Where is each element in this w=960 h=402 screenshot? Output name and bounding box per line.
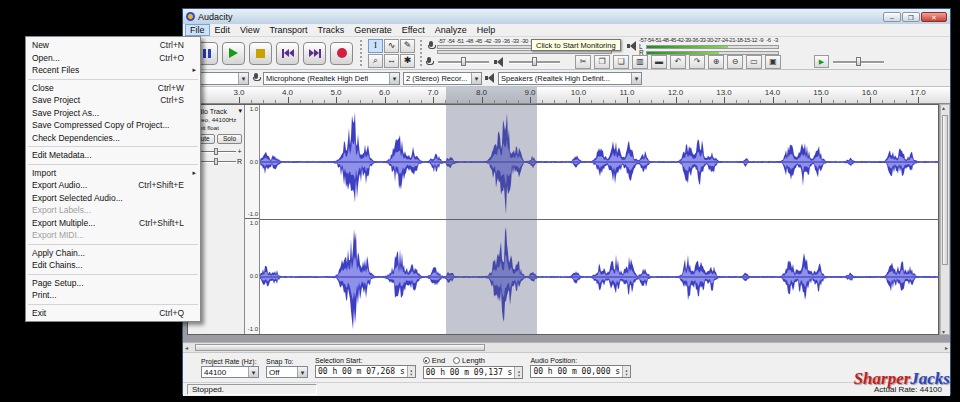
redo-icon: ↷ [694, 57, 701, 66]
status-bar: Stopped. Actual Rate: 44100 [183, 383, 950, 396]
project-rate-dropdown[interactable]: 44100 [201, 366, 259, 378]
meter-scale-label: -33 [511, 38, 520, 45]
recording-device-dropdown[interactable]: Microphone (Realtek High Defi [263, 72, 400, 85]
snap-to-dropdown[interactable]: Off [266, 366, 308, 378]
menu-item-save-project-as[interactable]: Save Project As... [26, 107, 200, 120]
draw-tool-button[interactable]: ✎ [400, 39, 415, 53]
meter-scale-label: -24 [720, 37, 727, 44]
menu-item-close[interactable]: CloseCtrl+W [26, 82, 200, 95]
audio-host-dropdown[interactable] [195, 72, 249, 85]
redo-button[interactable]: ↷ [689, 55, 705, 69]
slider-thumb[interactable] [214, 158, 218, 165]
playback-speed-slider[interactable] [831, 56, 886, 67]
fit-project-icon: ▣ [769, 57, 777, 66]
zoom-out-button[interactable]: ⊖ [727, 55, 743, 69]
menu-item-open[interactable]: Open...Ctrl+O [26, 52, 200, 65]
selection-end-field[interactable]: 00 h 00 m 09,137 s [423, 366, 524, 379]
undo-icon: ↶ [675, 57, 682, 66]
playback-meter[interactable]: -57-54-51-48-45-42-39-36-33-30-27-24-21-… [625, 37, 781, 55]
slider-thumb[interactable] [461, 57, 466, 66]
menu-item-recent-files[interactable]: Recent Files [26, 64, 200, 77]
scrollbar-thumb[interactable] [195, 344, 485, 351]
spinner-icon[interactable] [514, 367, 522, 378]
selection-tool-button[interactable]: I [368, 39, 383, 53]
timeline-ruler[interactable]: 3.04.05.06.07.08.09.010.011.012.013.014.… [183, 87, 950, 104]
undo-button[interactable]: ↶ [670, 55, 686, 69]
minimize-button[interactable]: – [883, 12, 901, 22]
toolbar-grip[interactable] [420, 40, 423, 66]
menu-item-save-project[interactable]: Save ProjectCtrl+S [26, 94, 200, 107]
meter-scale-label: -39 [683, 37, 690, 44]
spinner-icon[interactable] [407, 366, 415, 377]
menubar-item[interactable]: Edit [210, 24, 236, 36]
envelope-tool-button[interactable]: ∿ [384, 39, 399, 53]
scrollbar-thumb[interactable] [942, 115, 948, 265]
toolbar-grip[interactable] [360, 40, 363, 66]
fit-project-button[interactable]: ▣ [765, 55, 781, 69]
horizontal-scrollbar[interactable] [183, 342, 950, 353]
menu-item-page-setup[interactable]: Page Setup... [26, 277, 200, 290]
playback-volume-slider[interactable] [507, 56, 562, 67]
recording-channels-dropdown[interactable]: 2 (Stereo) Recor... [403, 72, 482, 85]
slider-thumb[interactable] [856, 57, 861, 66]
fit-selection-button[interactable]: ▭ [746, 55, 762, 69]
monitoring-tooltip: Click to Start Monitoring [531, 39, 621, 51]
maximize-button[interactable]: ❐ [902, 12, 920, 22]
stop-button[interactable] [249, 42, 272, 65]
menubar-item[interactable]: Generate [349, 24, 397, 36]
menu-item-new[interactable]: NewCtrl+N [26, 39, 200, 52]
end-radio[interactable]: End [423, 356, 445, 365]
copy-button[interactable]: ❐ [594, 55, 610, 69]
menu-item-edit-chains[interactable]: Edit Chains... [26, 259, 200, 272]
menu-item-label: Close [32, 83, 150, 93]
menu-item-export-audio[interactable]: Export Audio...Ctrl+Shift+E [26, 179, 200, 192]
play-button[interactable] [222, 42, 245, 65]
menu-item-check-dependencies[interactable]: Check Dependencies... [26, 132, 200, 145]
close-button[interactable]: ✕ [921, 12, 947, 22]
slider-thumb[interactable] [214, 148, 218, 155]
menubar-item[interactable]: File [185, 24, 210, 36]
recording-volume-slider[interactable] [436, 56, 491, 67]
skip-to-end-button[interactable] [303, 42, 326, 65]
menubar-item[interactable]: Effect [397, 24, 430, 36]
record-button[interactable] [330, 42, 353, 65]
solo-button[interactable]: Solo [217, 134, 242, 144]
vertical-scrollbar[interactable] [940, 104, 950, 335]
menu-item-export-multiple[interactable]: Export Multiple...Ctrl+Shift+L [26, 217, 200, 230]
silence-audio-button[interactable]: ▬ [651, 55, 667, 69]
paste-button[interactable]: ❏ [613, 55, 629, 69]
menubar-item[interactable]: View [235, 24, 264, 36]
time-shift-tool-button[interactable]: ↔ [384, 54, 399, 68]
timeline-minor-tick [663, 100, 664, 103]
selection-start-field[interactable]: 00 h 00 m 07,268 s [315, 365, 416, 378]
trim-audio-button[interactable]: ▥ [632, 55, 648, 69]
menu-item-apply-chain[interactable]: Apply Chain... [26, 247, 200, 260]
cut-button[interactable]: ✂ [575, 55, 591, 69]
speaker-icon [485, 72, 495, 84]
play-at-speed-button[interactable]: ▶ [814, 55, 829, 68]
menubar-item[interactable]: Tracks [313, 24, 350, 36]
menu-item-edit-metadata[interactable]: Edit Metadata... [26, 149, 200, 162]
audio-position-field[interactable]: 00 h 00 m 00,000 s [530, 365, 631, 378]
waveform-display[interactable] [260, 105, 938, 334]
menubar-item[interactable]: Transport [264, 24, 312, 36]
menu-item-print[interactable]: Print... [26, 289, 200, 302]
playback-device-dropdown[interactable]: Speakers (Realtek High Definit... [498, 72, 642, 85]
menubar-item[interactable]: Analyze [430, 24, 472, 36]
slider-thumb[interactable] [532, 57, 537, 66]
multi-tool-button[interactable]: ✱ [400, 54, 415, 68]
spinner-icon[interactable] [622, 366, 630, 377]
timeline-minor-tick [554, 100, 555, 103]
timeline-minor-tick [591, 100, 592, 103]
titlebar[interactable]: Audacity – ❐ ✕ [183, 9, 950, 24]
menu-item-exit[interactable]: ExitCtrl+Q [26, 307, 200, 320]
length-radio[interactable]: Length [453, 356, 485, 365]
device-toolbar: Microphone (Realtek High Defi 2 (Stereo)… [183, 70, 950, 87]
menu-item-import[interactable]: Import [26, 167, 200, 180]
menu-item-export-selected-audio[interactable]: Export Selected Audio... [26, 192, 200, 205]
zoom-tool-button[interactable]: ⌕ [368, 54, 383, 68]
zoom-in-button[interactable]: ⊕ [708, 55, 724, 69]
menubar-item[interactable]: Help [472, 24, 501, 36]
menu-item-save-compressed-copy[interactable]: Save Compressed Copy of Project... [26, 119, 200, 132]
skip-to-start-button[interactable] [276, 42, 299, 65]
